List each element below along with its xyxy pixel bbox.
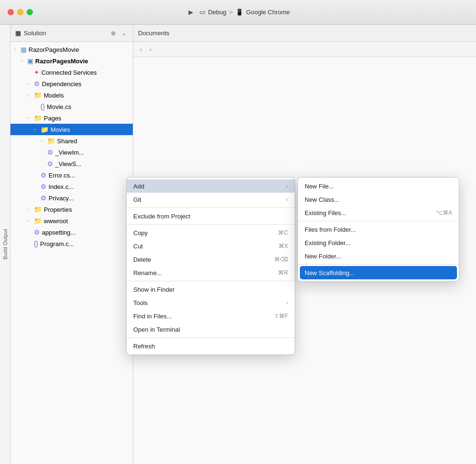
menu-item-cut[interactable]: Cut ⌘X bbox=[127, 239, 295, 253]
nav-forward-button[interactable]: › bbox=[147, 45, 154, 54]
tree-item-appsettings[interactable]: ⚙ appsetting... bbox=[10, 227, 133, 238]
tree-item-razorpagesmovie-root[interactable]: › ▦ RazorPagesMovie bbox=[10, 44, 133, 55]
tree-item-movies[interactable]: › 📁 Movies bbox=[10, 124, 133, 135]
submenu-item-files-from-folder[interactable]: Files from Folder... bbox=[298, 223, 459, 236]
window-icon: ▭ bbox=[199, 9, 205, 16]
menu-item-exclude[interactable]: Exclude from Project bbox=[127, 209, 295, 223]
tree-item-razorpagesmovie-project[interactable]: › ▣ RazorPagesMovie bbox=[10, 55, 133, 67]
menu-item-rename[interactable]: Rename... ⌘R bbox=[127, 266, 295, 279]
menu-item-copy[interactable]: Copy ⌘C bbox=[127, 226, 295, 239]
tree-item-connected-services[interactable]: ✦ Connected Services bbox=[10, 67, 133, 78]
breadcrumb: ▭ Debug > 📱 Google Chrome bbox=[199, 9, 290, 16]
tree-item-viewimports[interactable]: ⚙ _ViewIm... bbox=[10, 147, 133, 158]
solution-tree: › ▦ RazorPagesMovie › ▣ RazorPagesMovie … bbox=[10, 42, 133, 464]
tree-item-pages[interactable]: › 📁 Pages bbox=[10, 112, 133, 124]
documents-header: Documents bbox=[133, 25, 476, 42]
menu-separator-2 bbox=[127, 224, 295, 225]
close-button[interactable] bbox=[8, 9, 14, 15]
tree-item-errorcs[interactable]: ⚙ Error.cs... bbox=[10, 169, 133, 181]
debug-label: Debug bbox=[208, 9, 226, 16]
device-label: Google Chrome bbox=[246, 9, 290, 16]
solution-panel: ▦ Solution ⊕ ⌄ › ▦ RazorPagesMovie › ▣ R… bbox=[10, 25, 133, 464]
titlebar-center: ▶ ▭ Debug > 📱 Google Chrome bbox=[186, 8, 290, 17]
tree-item-dependencies[interactable]: › ⚙ Dependencies bbox=[10, 78, 133, 89]
submenu-add: New File... New Class... Existing Files.… bbox=[298, 177, 459, 282]
build-output-label: Build Output bbox=[2, 229, 8, 259]
menu-item-add[interactable]: Add › bbox=[127, 179, 295, 193]
titlebar: ▶ ▭ Debug > 📱 Google Chrome bbox=[0, 0, 476, 25]
tree-item-models[interactable]: › 📁 Models bbox=[10, 89, 133, 101]
documents-title: Documents bbox=[138, 30, 169, 37]
tree-item-properties[interactable]: › 📁 Properties bbox=[10, 204, 133, 215]
menu-item-tools[interactable]: Tools › bbox=[127, 296, 295, 309]
documents-nav: ‹ › bbox=[133, 42, 476, 57]
tree-item-indexcs[interactable]: ⚙ Index.c... bbox=[10, 181, 133, 192]
tree-item-programcs[interactable]: {} Program.c... bbox=[10, 238, 133, 249]
submenu-item-new-file[interactable]: New File... bbox=[298, 179, 459, 193]
device-icon: 📱 bbox=[236, 9, 243, 16]
menu-separator-3 bbox=[127, 281, 295, 281]
submenu-item-existing-files[interactable]: Existing Files... ⌥⌘A bbox=[298, 206, 459, 219]
menu-item-refresh[interactable]: Refresh bbox=[127, 339, 295, 353]
submenu-item-existing-folder[interactable]: Existing Folder... bbox=[298, 236, 459, 249]
tree-item-viewstart[interactable]: ⚙ _ViewS... bbox=[10, 158, 133, 169]
tree-item-wwwroot[interactable]: › 📁 wwwroot bbox=[10, 215, 133, 227]
solution-header-actions: ⊕ ⌄ bbox=[109, 29, 128, 38]
menu-item-find[interactable]: Find in Files... ⇧⌘F bbox=[127, 309, 295, 323]
submenu-separator-2 bbox=[298, 264, 459, 265]
tree-item-shared[interactable]: › 📁 Shared bbox=[10, 135, 133, 147]
tree-item-movie-cs[interactable]: {} Movie.cs bbox=[10, 101, 133, 112]
pin-button[interactable]: ⊕ bbox=[109, 29, 118, 38]
submenu-item-new-class[interactable]: New Class... bbox=[298, 193, 459, 206]
submenu-separator-1 bbox=[298, 221, 459, 221]
solution-title: Solution bbox=[24, 30, 106, 37]
maximize-button[interactable] bbox=[27, 9, 33, 15]
solution-icon: ▦ bbox=[15, 30, 21, 37]
menu-item-delete[interactable]: Delete ⌘⌫ bbox=[127, 253, 295, 266]
tree-item-privacy[interactable]: ⚙ Privacy... bbox=[10, 192, 133, 204]
nav-back-button[interactable]: ‹ bbox=[137, 45, 145, 54]
run-button[interactable]: ▶ bbox=[186, 8, 196, 17]
build-output-sidebar: Build Output bbox=[0, 25, 10, 464]
menu-item-git[interactable]: Git › bbox=[127, 193, 295, 206]
solution-header: ▦ Solution ⊕ ⌄ bbox=[10, 25, 133, 42]
menu-separator-4 bbox=[127, 337, 295, 338]
submenu-item-new-scaffolding[interactable]: New Scaffolding... bbox=[300, 266, 457, 279]
menu-separator-1 bbox=[127, 207, 295, 208]
traffic-lights bbox=[8, 9, 33, 15]
minimize-button[interactable] bbox=[17, 9, 23, 15]
menu-item-finder[interactable]: Show in Finder bbox=[127, 283, 295, 296]
menu-item-terminal[interactable]: Open in Terminal bbox=[127, 323, 295, 336]
submenu-item-new-folder[interactable]: New Folder... bbox=[298, 249, 459, 263]
breadcrumb-sep: > bbox=[229, 9, 233, 16]
chevron-button[interactable]: ⌄ bbox=[119, 29, 128, 38]
context-menu: Add › Git › Exclude from Project Copy ⌘C… bbox=[126, 177, 295, 355]
